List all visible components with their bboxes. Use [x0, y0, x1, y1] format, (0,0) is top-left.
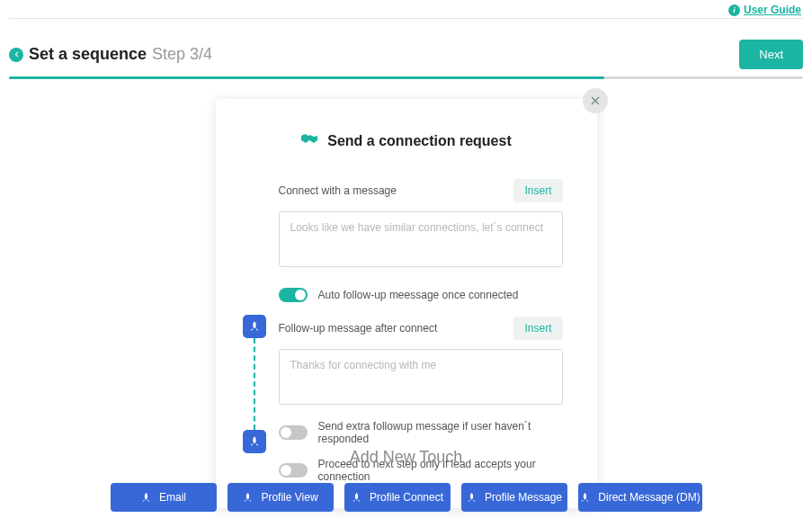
followup-row-header: Follow-up message after connect Insert: [279, 317, 563, 340]
auto-followup-toggle[interactable]: [279, 288, 308, 302]
auto-followup-label: Auto follow-up meessage once connected: [318, 289, 519, 301]
info-icon: i: [728, 4, 740, 16]
connect-label: Connect with a message: [279, 184, 397, 197]
rocket-icon: [140, 492, 152, 504]
profile-message-button[interactable]: Profile Message: [461, 483, 567, 512]
rocket-icon: [579, 492, 591, 504]
header-divider: [9, 18, 803, 19]
progress-bar: [9, 76, 803, 79]
profile-view-label: Profile View: [261, 491, 317, 504]
back-icon[interactable]: [9, 48, 23, 62]
step-indicator: Step 3/4: [152, 45, 212, 64]
followup-label: Follow-up message after connect: [279, 322, 438, 335]
page-title: Set a sequence: [29, 45, 147, 64]
close-button[interactable]: [583, 88, 608, 113]
rocket-icon: [242, 492, 254, 504]
extra-followup-toggle[interactable]: [279, 425, 308, 440]
direct-message-label: Direct Message (DM): [598, 491, 700, 504]
page-header: Set a sequence Step 3/4 Next: [9, 40, 803, 69]
modal-header: Send a connection request: [250, 131, 563, 150]
progress-fill: [9, 76, 604, 79]
connection-request-modal: Send a connection request Connect with a…: [216, 99, 597, 508]
step-connector: [254, 338, 255, 430]
close-icon: [590, 95, 601, 106]
rocket-icon: [351, 492, 362, 504]
add-touch-section: Add New Touch Email Profile View Profile…: [0, 448, 812, 512]
next-button[interactable]: Next: [739, 40, 803, 69]
handshake-icon: [300, 131, 318, 150]
profile-connect-label: Profile Connect: [370, 491, 443, 504]
touch-buttons: Email Profile View Profile Connect Profi…: [0, 483, 812, 512]
connect-row-header: Connect with a message Insert: [279, 179, 563, 202]
email-button[interactable]: Email: [111, 483, 217, 512]
auto-followup-row: Auto follow-up meessage once connected: [279, 288, 563, 302]
extra-followup-label: Send extra followup message if user have…: [318, 420, 563, 445]
profile-view-button[interactable]: Profile View: [228, 483, 334, 512]
followup-message-input[interactable]: [279, 349, 563, 405]
extra-followup-row: Send extra followup message if user have…: [279, 420, 563, 445]
profile-message-label: Profile Message: [485, 491, 562, 504]
connect-insert-button[interactable]: Insert: [513, 179, 562, 202]
modal-title: Send a connection request: [327, 133, 511, 149]
user-guide-label: User Guide: [744, 4, 801, 16]
connect-message-input[interactable]: [279, 211, 563, 267]
add-touch-title: Add New Touch: [0, 448, 812, 467]
email-label: Email: [159, 491, 186, 504]
rocket-icon: [243, 315, 266, 338]
followup-insert-button[interactable]: Insert: [513, 317, 562, 340]
direct-message-button[interactable]: Direct Message (DM): [578, 483, 702, 512]
user-guide-link[interactable]: i User Guide: [728, 4, 801, 16]
profile-connect-button[interactable]: Profile Connect: [344, 483, 451, 512]
rocket-icon: [466, 492, 477, 504]
title-group: Set a sequence Step 3/4: [9, 45, 212, 64]
